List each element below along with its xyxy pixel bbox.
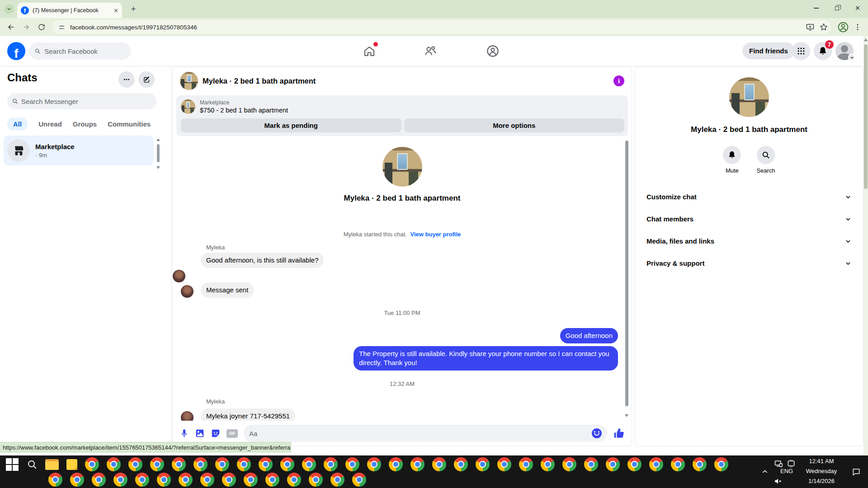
chrome-taskbar-icon[interactable] [541, 457, 555, 471]
tray-date[interactable]: 1/14/2026 [804, 478, 839, 484]
section-chat-members[interactable]: Chat members [644, 208, 854, 230]
chrome-taskbar-icon[interactable] [562, 457, 576, 471]
chrome-taskbar-icon[interactable] [367, 457, 381, 471]
search-in-conversation-button[interactable] [757, 146, 775, 164]
facebook-logo[interactable]: f [7, 42, 25, 60]
chrome-taskbar-icon[interactable] [671, 457, 685, 471]
chrome-taskbar-icon[interactable] [519, 457, 533, 471]
chrome-taskbar-icon[interactable] [497, 457, 511, 471]
outgoing-message[interactable]: The Property is still available. Kindly … [354, 346, 618, 371]
chrome-taskbar-icon[interactable] [693, 457, 707, 471]
section-media-files-links[interactable]: Media, files and links [644, 230, 854, 252]
scrollbar-thumb[interactable] [157, 144, 160, 162]
scroll-up-icon[interactable] [156, 138, 160, 141]
chrome-taskbar-icon[interactable] [345, 457, 359, 471]
file-explorer-icon[interactable] [45, 459, 59, 470]
chrome-taskbar-icon[interactable] [265, 473, 279, 487]
message-list[interactable]: Myleka · 2 bed 1 bath apartment Myleka s… [173, 136, 632, 421]
account-menu-button[interactable] [835, 42, 854, 60]
mute-button[interactable] [723, 146, 741, 164]
chrome-taskbar-icon[interactable] [48, 473, 62, 487]
apps-menu-button[interactable] [792, 42, 810, 60]
chat-info-button[interactable]: i [613, 75, 624, 86]
notes-app-icon[interactable] [66, 459, 77, 470]
new-tab-button[interactable]: + [128, 4, 138, 14]
voice-clip-icon[interactable] [179, 428, 189, 439]
home-nav-button[interactable] [361, 42, 378, 60]
friends-nav-button[interactable] [422, 42, 439, 60]
chrome-taskbar-icon[interactable] [309, 473, 323, 487]
bookmark-star-icon[interactable] [819, 23, 828, 32]
chrome-taskbar-icon[interactable] [200, 473, 214, 487]
scroll-up-icon[interactable] [864, 38, 868, 41]
chrome-taskbar-icon[interactable] [432, 457, 446, 471]
address-bar[interactable]: facebook.com/messages/t/1997182507805346 [52, 20, 831, 34]
incoming-message[interactable]: Message sent [201, 282, 254, 298]
chrome-taskbar-icon[interactable] [584, 457, 598, 471]
chrome-taskbar-icon[interactable] [244, 473, 258, 487]
chrome-taskbar-icon[interactable] [179, 473, 193, 487]
chrome-taskbar-icon[interactable] [352, 473, 366, 487]
page-scrollbar[interactable] [863, 36, 868, 455]
tab-unread[interactable]: Unread [38, 117, 62, 131]
install-app-icon[interactable] [806, 23, 815, 32]
chrome-taskbar-icon[interactable] [454, 457, 468, 471]
chrome-taskbar-icon[interactable] [237, 457, 251, 471]
chrome-taskbar-icon[interactable] [627, 457, 642, 471]
chrome-taskbar-icon[interactable] [128, 457, 142, 471]
facebook-search[interactable] [29, 42, 131, 60]
chrome-taskbar-icon[interactable] [330, 473, 344, 487]
messenger-search-input[interactable] [21, 98, 152, 105]
chrome-taskbar-icon[interactable] [606, 457, 620, 471]
gif-icon[interactable]: GIF [226, 429, 238, 438]
chrome-taskbar-icon[interactable] [193, 457, 208, 471]
view-buyer-profile-link[interactable]: View buyer profile [410, 231, 461, 238]
forward-button[interactable] [20, 21, 33, 33]
outgoing-message[interactable]: Good afternoon [560, 328, 618, 343]
window-close-button[interactable]: ✕ [847, 0, 868, 16]
chrome-taskbar-icon[interactable] [85, 457, 99, 471]
site-settings-icon[interactable] [58, 23, 66, 31]
sender-avatar[interactable] [181, 285, 193, 298]
more-options-button[interactable]: More options [404, 118, 625, 132]
sidebar-scrollbar[interactable] [156, 138, 160, 169]
reload-button[interactable] [35, 21, 48, 33]
chat-title[interactable]: Myleka · 2 bed 1 bath apartment [203, 77, 316, 85]
chrome-taskbar-icon[interactable] [113, 473, 127, 487]
chat-scrollbar[interactable] [625, 139, 629, 417]
chrome-taskbar-icon[interactable] [107, 457, 121, 471]
mark-as-pending-button[interactable]: Mark as pending [181, 118, 401, 132]
section-privacy-support[interactable]: Privacy & support [644, 252, 854, 274]
chrome-taskbar-icon[interactable] [649, 457, 663, 471]
tray-chevron-up-icon[interactable] [761, 468, 769, 475]
chrome-taskbar-icon[interactable] [135, 473, 149, 487]
incoming-message[interactable]: Good afternoon, is this still available? [201, 253, 324, 268]
scrollbar-thumb[interactable] [625, 141, 628, 406]
tab-close-icon[interactable]: ✕ [113, 8, 118, 14]
network-icon[interactable] [774, 459, 783, 468]
window-restore-button[interactable] [826, 0, 847, 16]
window-minimize-button[interactable] [806, 0, 826, 16]
screen-cast-icon[interactable] [787, 459, 796, 468]
chats-options-button[interactable] [118, 71, 135, 88]
language-indicator[interactable]: ENG [780, 468, 793, 474]
find-friends-button[interactable]: Find friends [742, 42, 795, 59]
tab-communities[interactable]: Communities [108, 117, 151, 131]
message-input-field[interactable] [249, 430, 592, 437]
back-button[interactable] [5, 21, 17, 33]
chrome-taskbar-icon[interactable] [410, 457, 425, 471]
thumbs-up-icon[interactable] [613, 427, 625, 439]
chrome-taskbar-icon[interactable] [92, 473, 106, 487]
tab-search-button[interactable] [4, 4, 14, 14]
chrome-taskbar-icon[interactable] [172, 457, 186, 471]
chrome-taskbar-icon[interactable] [222, 473, 236, 487]
action-center-icon[interactable] [852, 467, 861, 476]
tab-all[interactable]: All [7, 117, 28, 131]
chrome-taskbar-icon[interactable] [157, 473, 171, 487]
chrome-taskbar-icon[interactable] [150, 457, 164, 471]
chrome-taskbar-icon[interactable] [215, 457, 229, 471]
attach-photo-icon[interactable] [195, 428, 205, 438]
chrome-taskbar-icon[interactable] [476, 457, 490, 471]
scrollbar-thumb[interactable] [864, 44, 868, 189]
browser-menu-icon[interactable] [854, 23, 862, 31]
